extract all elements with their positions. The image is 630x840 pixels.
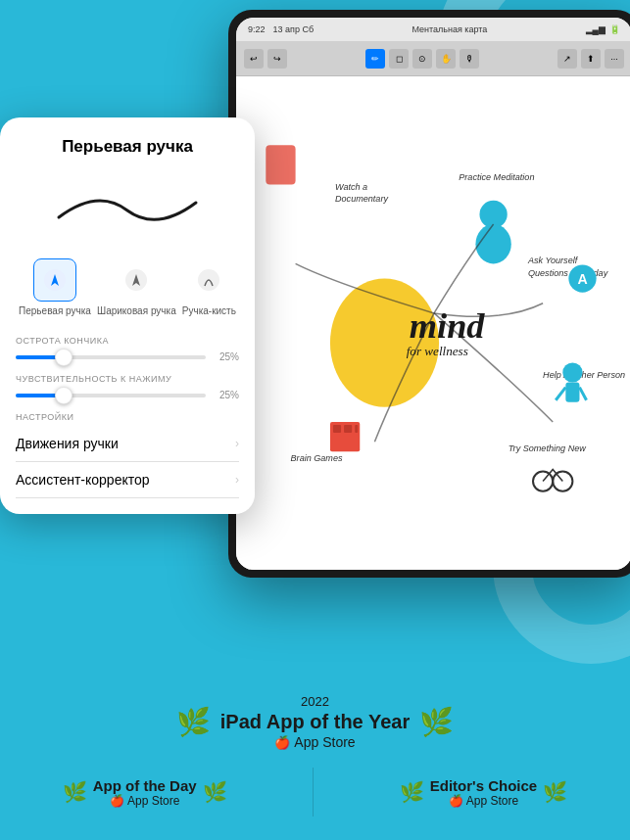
brush-pen-label: Ручка-кисть [182,305,236,316]
export-icon[interactable]: ⬆ [581,49,601,69]
award-main: 🌿 2022 iPad App of the Year 🍎 App Store … [20,694,610,750]
award-store-main: 🍎 App Store [220,734,410,750]
folder-name: Ментальная карта [314,24,586,34]
mindmap-svg: mind for wellness Practice Meditation As… [236,76,630,570]
apple-icon-main: 🍎 [274,735,290,750]
ipad-toolbar[interactable]: ↩ ↪ ✏ ◻ ⊙ ✋ 🎙 ↗ ⬆ ··· [236,41,630,76]
svg-line-17 [579,388,586,400]
tip-slider-value: 25% [214,351,239,362]
award-title-main: iPad App of the Year [220,711,410,732]
ball-pen-label: Шариковая ручка [97,305,176,316]
ipad-statusbar: 9:22 13 апр Сб Ментальная карта ▂▄▆ 🔋 [236,18,630,41]
svg-text:A: A [577,271,587,287]
award-store-main-label: App Store [294,734,355,750]
svg-rect-3 [266,145,295,184]
svg-rect-21 [355,425,358,433]
award-day-item: 🌿 App of the Day 🍎 App Store 🌿 [63,768,227,817]
ipad-canvas: mind for wellness Practice Meditation As… [236,76,630,570]
autocorrect-label: Ассистент-корректор [16,472,150,488]
time-display: 9:22 [248,24,266,34]
award-day-store-label: App Store [127,794,179,808]
award-day-title: App of the Day [93,777,197,794]
pressure-slider-thumb[interactable] [55,387,73,404]
svg-point-1 [479,201,507,228]
fountain-pen-icon-bg [33,258,76,302]
award-year: 2022 [220,694,410,709]
awards-divider [313,768,314,817]
pen-types: Перьевая ручка Шариковая ручка [16,258,239,316]
svg-line-16 [556,388,565,400]
lasso-icon[interactable]: ⊙ [412,49,432,69]
svg-point-23 [553,472,572,491]
settings-item-pen-movement[interactable]: Движения ручки › [16,426,239,462]
award-day-text: App of the Day 🍎 App Store [93,777,197,808]
awards-section: 🌿 2022 iPad App of the Year 🍎 App Store … [0,675,630,840]
pressure-slider-value: 25% [214,390,239,400]
settings-section-label: НАСТРОЙКИ [16,412,239,422]
fountain-pen-label: Перьевая ручка [19,305,91,316]
svg-text:Documentary: Documentary [335,194,388,204]
tip-slider-track[interactable] [16,355,206,359]
tip-slider-row: 25% [16,351,239,362]
pen-movement-chevron: › [235,437,239,450]
pressure-section: ЧУВСТВИТЕЛЬНОСТЬ К НАЖИМУ 25% [16,374,239,400]
signal-icon: ▂▄▆ [586,24,606,34]
pressure-slider-track[interactable] [16,394,206,397]
award-choice-store: 🍎 App Store [430,794,537,808]
pen-preview [39,180,216,239]
mic-icon[interactable]: 🎙 [460,49,479,69]
svg-text:Watch a: Watch a [335,182,367,192]
undo-icon[interactable]: ↩ [244,49,264,69]
laurel-left-day: 🌿 [63,780,87,804]
tip-sharpness-section: ОСТРОТА КОНЧИКА 25% [16,336,239,362]
award-choice-title: Editor's Choice [430,777,537,794]
laurel-left-main: 🌿 [176,706,211,738]
laurel-right-main: 🌿 [419,706,454,738]
autocorrect-chevron: › [235,473,239,487]
panel-device: Перьевая ручка Перьевая ручка [0,117,255,514]
pen-type-brush[interactable]: Ручка-кисть [182,258,236,316]
pen-tool-icon[interactable]: ✏ [365,49,385,69]
pen-type-fountain[interactable]: Перьевая ручка [19,258,91,316]
more-icon[interactable]: ··· [605,49,624,69]
svg-text:for wellness: for wellness [407,344,468,358]
svg-point-14 [562,362,582,382]
award-main-row: 🌿 2022 iPad App of the Year 🍎 App Store … [20,694,610,750]
panel-title: Перьевая ручка [16,137,239,157]
svg-text:Practice Meditation: Practice Meditation [459,172,534,182]
pen-movement-label: Движения ручки [16,436,119,451]
apple-icon-day: 🍎 [110,794,124,808]
ipad-wrapper: 9:22 13 апр Сб Ментальная карта ▂▄▆ 🔋 ↩ … [228,10,630,578]
svg-text:Ask Yourself: Ask Yourself [527,256,579,265]
pressure-slider-label: ЧУВСТВИТЕЛЬНОСТЬ К НАЖИМУ [16,374,239,384]
awards-secondary: 🌿 App of the Day 🍎 App Store 🌿 🌿 Editor'… [20,768,610,817]
svg-rect-15 [565,383,579,402]
svg-point-22 [533,472,553,491]
pen-type-ball[interactable]: Шариковая ручка [97,258,176,316]
award-day-store: 🍎 App Store [93,794,197,808]
share-icon[interactable]: ↗ [557,49,577,69]
ball-pen-icon-bg [115,258,158,302]
redo-icon[interactable]: ↪ [267,49,287,69]
tip-slider-thumb[interactable] [55,349,73,366]
award-choice-text: Editor's Choice 🍎 App Store [430,777,537,808]
date-display: 13 апр Сб [273,24,315,34]
svg-text:mind: mind [410,306,486,346]
svg-text:Help Another Person: Help Another Person [543,370,625,380]
battery-icon: 🔋 [609,24,620,34]
settings-item-autocorrect[interactable]: Ассистент-корректор › [16,462,239,498]
main-content: 9:22 13 апр Сб Ментальная карта ▂▄▆ 🔋 ↩ … [0,0,630,840]
ipad-device: 9:22 13 апр Сб Ментальная карта ▂▄▆ 🔋 ↩ … [228,10,630,578]
panel-wrapper: Перьевая ручка Перьевая ручка [0,117,255,514]
svg-rect-20 [344,425,352,433]
svg-text:Try Something New: Try Something New [509,443,587,453]
laurel-left-choice: 🌿 [400,780,424,804]
svg-rect-19 [333,425,341,433]
hand-icon[interactable]: ✋ [436,49,456,69]
eraser-icon[interactable]: ◻ [389,49,409,69]
svg-point-2 [475,224,510,263]
tip-slider-label: ОСТРОТА КОНЧИКА [16,336,239,346]
statusbar-right: ▂▄▆ 🔋 [586,24,620,34]
apple-icon-choice: 🍎 [449,794,463,808]
statusbar-left: 9:22 13 апр Сб [248,24,314,34]
